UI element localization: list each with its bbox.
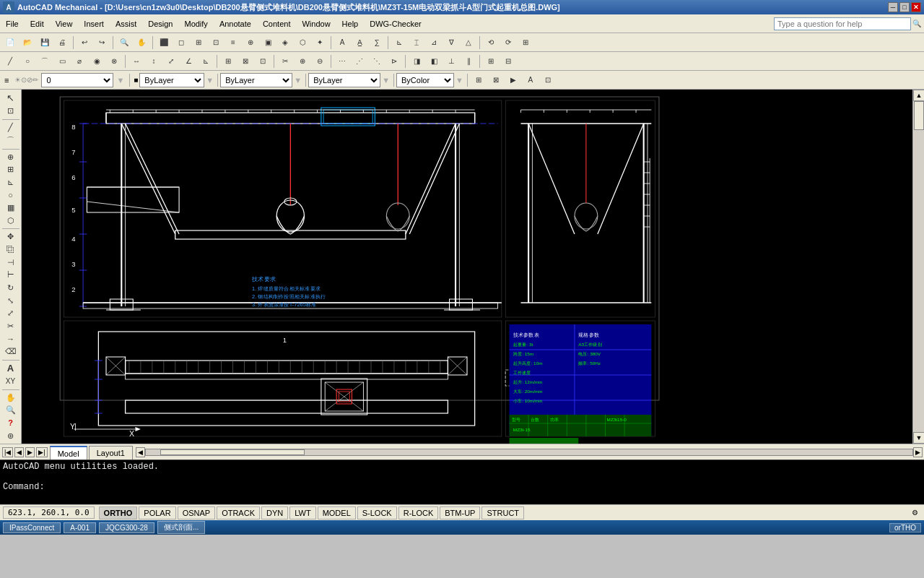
- rotate-btn[interactable]: ↻: [1, 282, 20, 294]
- menu-insert[interactable]: Insert: [78, 18, 110, 30]
- tb2-btn17[interactable]: ⋱: [369, 53, 385, 69]
- hatch-btn[interactable]: ▦: [1, 202, 20, 214]
- taskbar-item-3[interactable]: JQCG300-28: [99, 522, 154, 533]
- tab-layout1[interactable]: Layout1: [89, 446, 133, 460]
- open-btn[interactable]: 📂: [19, 35, 35, 51]
- tb2-btn4[interactable]: ↔: [128, 53, 144, 69]
- hscroll-left-btn[interactable]: ◀: [136, 447, 145, 457]
- hscroll-track[interactable]: [145, 449, 913, 456]
- props-btn1[interactable]: ⊞: [471, 72, 487, 88]
- tb1-btn6[interactable]: ⊕: [243, 35, 258, 51]
- osnap-toggle[interactable]: OSNAP: [178, 506, 216, 519]
- tb1-btn18[interactable]: △: [461, 35, 476, 51]
- new-btn[interactable]: 📄: [2, 35, 18, 51]
- pan-btn[interactable]: ✋: [134, 35, 149, 51]
- otrack-toggle[interactable]: OTRACK: [217, 506, 260, 519]
- tb2-btn19[interactable]: ◨: [409, 53, 424, 69]
- save-btn[interactable]: 💾: [37, 35, 53, 51]
- hscroll-thumb[interactable]: [160, 449, 305, 455]
- trim-btn[interactable]: ✂: [1, 321, 20, 332]
- tb2-btn6[interactable]: ⤢: [163, 53, 179, 69]
- tab-model[interactable]: Model: [50, 446, 87, 460]
- props-btn4[interactable]: ⊡: [540, 72, 556, 88]
- tb1-btn3[interactable]: ⊞: [191, 35, 206, 51]
- menu-modify[interactable]: Modify: [178, 18, 213, 30]
- tb1-btn9[interactable]: ⬡: [295, 35, 310, 51]
- tb2-btn15[interactable]: ⋯: [334, 53, 350, 69]
- tb2-btn9[interactable]: ⊞: [220, 53, 236, 69]
- ortho-toggle[interactable]: ORTHO: [99, 506, 138, 519]
- tb2-btn11[interactable]: ⊡: [255, 53, 271, 69]
- tb1-btn19[interactable]: ⟲: [483, 35, 499, 51]
- tb2-btn7[interactable]: ∠: [180, 53, 196, 69]
- taskbar-item-2[interactable]: A-001: [64, 522, 96, 533]
- tab-last-btn[interactable]: ▶|: [36, 447, 47, 457]
- props-btn3[interactable]: A: [523, 72, 539, 88]
- match-props-btn[interactable]: ▶: [505, 72, 521, 88]
- tb2-btn8[interactable]: ⊾: [198, 53, 214, 69]
- offset-btn[interactable]: ⊢: [1, 269, 20, 281]
- arc-btn[interactable]: ⌒: [37, 53, 53, 69]
- tb2-btn23[interactable]: ⊞: [483, 53, 499, 69]
- taskbar-item-1[interactable]: IPassConnect: [3, 522, 61, 533]
- rlock-toggle[interactable]: R-LOCK: [398, 506, 439, 519]
- pickbox-btn[interactable]: ⊡: [1, 105, 20, 117]
- plotstyle-dropdown[interactable]: ByColor: [396, 73, 454, 87]
- menu-design[interactable]: Design: [142, 18, 178, 30]
- tb2-btn5[interactable]: ↕: [146, 53, 162, 69]
- layer-dropdown[interactable]: 0: [41, 73, 113, 87]
- tb2-btn10[interactable]: ⊠: [237, 53, 253, 69]
- tab-first-btn[interactable]: |◀: [2, 447, 13, 457]
- tb1-btn17[interactable]: ∇: [443, 35, 459, 51]
- restore-button[interactable]: □: [899, 2, 910, 12]
- mirror-btn[interactable]: ⊣: [1, 256, 20, 268]
- scale-btn[interactable]: ⤡: [1, 295, 20, 306]
- pick-btn[interactable]: ↖: [1, 92, 20, 104]
- circle-btn[interactable]: ○: [19, 53, 35, 69]
- menu-file[interactable]: File: [0, 18, 25, 30]
- model-toggle[interactable]: MODEL: [318, 506, 356, 519]
- move-btn[interactable]: ✥: [1, 231, 20, 243]
- print-btn[interactable]: 🖨: [54, 35, 70, 51]
- minimize-button[interactable]: ─: [888, 2, 898, 12]
- statusbar-settings-btn[interactable]: ⚙: [909, 509, 921, 517]
- lineweight-dropdown[interactable]: ByLayer: [308, 73, 380, 87]
- ortho-btn[interactable]: ⊾: [1, 177, 20, 189]
- scroll-up-btn[interactable]: ▲: [913, 90, 924, 101]
- tb2-btn22[interactable]: ∥: [461, 53, 476, 69]
- hscroll-right-btn[interactable]: ▶: [913, 447, 923, 457]
- circle-side-btn[interactable]: ○: [1, 189, 20, 201]
- stretch-btn[interactable]: ⤢: [1, 308, 20, 319]
- tb1-btn10[interactable]: ✦: [312, 35, 328, 51]
- scroll-thumb[interactable]: [914, 101, 924, 130]
- help-btn[interactable]: ?: [1, 418, 20, 429]
- erase-btn[interactable]: ⌫: [1, 346, 20, 358]
- menu-assist[interactable]: Assist: [110, 18, 142, 30]
- dyn-toggle[interactable]: DYN: [261, 506, 288, 519]
- zoom-side-btn[interactable]: 🔍: [1, 405, 20, 416]
- search-input[interactable]: [774, 17, 911, 30]
- props-btn2[interactable]: ⊠: [488, 72, 504, 88]
- tb2-btn20[interactable]: ◧: [426, 53, 442, 69]
- redo-btn[interactable]: ↪: [94, 35, 110, 51]
- tb2-btn12[interactable]: ✂: [277, 53, 293, 69]
- tb1-btn4[interactable]: ⊡: [208, 35, 224, 51]
- color-dropdown[interactable]: ByLayer: [139, 73, 204, 87]
- tab-prev-btn[interactable]: ◀: [14, 447, 24, 457]
- tb2-btn1[interactable]: ⌀: [71, 53, 87, 69]
- tb2-btn13[interactable]: ⊕: [295, 53, 310, 69]
- menu-annotate[interactable]: Annotate: [214, 18, 257, 30]
- text-btn[interactable]: A: [1, 362, 20, 374]
- tb1-btn1[interactable]: ⬛: [156, 35, 172, 51]
- ortho-taskbar-label[interactable]: orTHO: [889, 523, 921, 532]
- copy-btn[interactable]: ⿻: [1, 244, 20, 256]
- draw-line-btn[interactable]: ╱: [1, 121, 20, 133]
- tb1-btn5[interactable]: ≡: [225, 35, 241, 51]
- coordinate-btn[interactable]: XY: [1, 376, 20, 387]
- tb2-btn14[interactable]: ⊖: [312, 53, 328, 69]
- tb2-btn18[interactable]: ⊳: [386, 53, 402, 69]
- line-btn[interactable]: ╱: [2, 53, 18, 69]
- menu-dwgchecker[interactable]: DWG-Checker: [364, 18, 427, 30]
- sp-btn[interactable]: ⊛: [1, 430, 20, 441]
- slock-toggle[interactable]: S-LOCK: [357, 506, 397, 519]
